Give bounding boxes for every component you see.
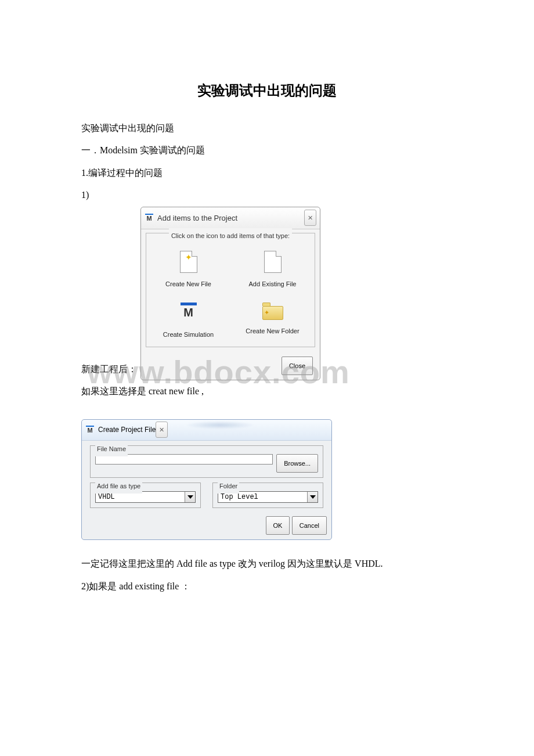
browse-button[interactable]: Browse... [276, 454, 318, 473]
chevron-down-icon [185, 492, 195, 502]
paragraph: 如果这里选择是 creat new file , [81, 380, 453, 402]
close-button[interactable]: ✕ [156, 422, 168, 438]
paragraph: 2)如果是 add existing file ： [81, 575, 453, 597]
create-new-folder-option[interactable]: ✦ Create New Folder [230, 303, 315, 342]
dialog-titlebar: M Create Project File ✕ [82, 420, 331, 441]
decorative-blur [185, 421, 255, 429]
ok-button[interactable]: OK [266, 516, 290, 535]
close-button[interactable]: Close [282, 357, 313, 375]
add-items-dialog: M Add items to the Project ✕ Click on th… [140, 207, 320, 381]
paragraph: 实验调试中出现的问题 [81, 117, 453, 139]
create-simulation-option[interactable]: M Create Simulation [146, 303, 230, 342]
simulation-icon: M [179, 303, 198, 323]
file-icon [264, 251, 282, 273]
file-type-fieldset: Add file as type VHDL [90, 483, 201, 508]
new-folder-icon: ✦ [262, 303, 283, 320]
modelsim-icon: M [85, 426, 95, 434]
fieldset-legend: Click on the icon to add items of that t… [169, 228, 292, 243]
paragraph: 1) [81, 184, 453, 206]
dialog-title: Create Project File [98, 422, 156, 438]
folder-fieldset: Folder Top Level [212, 483, 323, 508]
close-button[interactable]: ✕ [304, 210, 316, 226]
dialog-title: Add items to the Project [157, 209, 304, 227]
fieldset-legend: File Name [95, 441, 128, 456]
paragraph: 新建工程后： [81, 358, 137, 380]
create-new-file-option[interactable]: ✦ Create New File [146, 251, 230, 291]
fieldset-legend: Add file as type [95, 478, 142, 494]
filename-fieldset: File Name Browse... [90, 445, 323, 478]
new-file-icon: ✦ [180, 251, 197, 273]
paragraph: 一定记得这里把这里的 Add file as type 改为 verilog 因… [81, 553, 453, 575]
paragraph: 1.编译过程中的问题 [81, 162, 453, 184]
paragraph: 一．Modelsim 实验调试的问题 [81, 139, 453, 161]
create-project-file-dialog: M Create Project File ✕ File Name Browse… [81, 419, 332, 541]
chevron-down-icon [307, 492, 317, 502]
modelsim-icon: M [145, 214, 154, 222]
dialog-titlebar: M Add items to the Project ✕ [141, 207, 320, 229]
page-title: 实验调试中出现的问题 [81, 81, 453, 100]
add-existing-file-option[interactable]: Add Existing File [230, 251, 315, 291]
fieldset-legend: Folder [218, 478, 239, 494]
cancel-button[interactable]: Cancel [292, 516, 327, 535]
